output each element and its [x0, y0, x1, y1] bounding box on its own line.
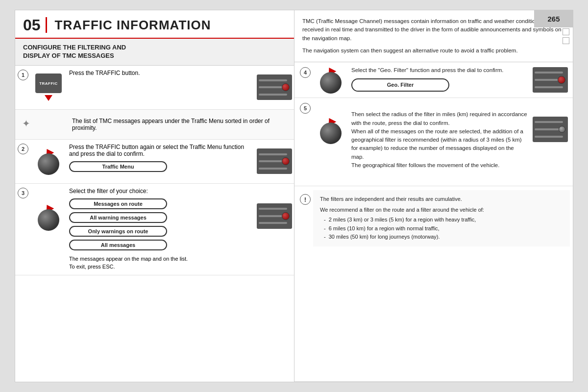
arrow-knob-3 [35, 203, 62, 231]
section-title-line1: CONFIGURE THE FILTERING AND [23, 44, 286, 52]
note-bullet-text-1: 2 miles (3 km) or 3 miles (5 km) for a r… [329, 216, 476, 224]
right-step-row-4: 4 Select the "Geo. Filter" function and … [294, 62, 573, 98]
step-text-2: Press the TRAFFIC button again or select… [69, 144, 252, 157]
section-title-line2: DISPLAY OF TMC MESSAGES [23, 52, 286, 60]
arrow-knob-2 [35, 147, 62, 175]
checkbox-2[interactable] [563, 37, 569, 44]
step-num-col-2: 2 [15, 140, 31, 183]
knob-circle-3 [38, 209, 59, 231]
arrow-knob-5 [317, 117, 344, 144]
right-step-num-col-4: 4 [297, 66, 313, 94]
radio-line [535, 86, 563, 88]
radio-knob [282, 157, 290, 165]
right-step-num-col-5: 5 [297, 102, 313, 182]
right-step-text-5: Then select the radius of the filter in … [351, 111, 527, 168]
radio-unit-4 [533, 67, 568, 93]
intro-para1: TMC (Traffic Message Channel) messages c… [302, 17, 565, 43]
exclamation-icon: ! [300, 194, 311, 205]
step-image-2 [255, 140, 294, 183]
step-text-3: Select the filter of your choice: [69, 188, 252, 195]
step-num-3: 3 [18, 188, 28, 198]
chapter-header: 05 TRAFFIC INFORMATION [15, 10, 294, 39]
right-step-row-5: 5 Then select the radius of the filter i… [294, 98, 573, 186]
step-content-special: The list of TMC messages appears under t… [69, 114, 291, 135]
radio-line [535, 72, 563, 74]
right-step-image-5 [531, 102, 570, 182]
radio-line [259, 168, 287, 170]
note-bullet-1: - 2 miles (3 km) or 3 miles (5 km) for a… [324, 216, 563, 224]
note-bullet-3: - 30 miles (50 km) for long journeys (mo… [324, 233, 563, 242]
note-intro: The filters are independent and their re… [320, 195, 563, 204]
radio-knob [282, 212, 290, 220]
knob-circle-4 [320, 72, 342, 94]
radio-knob [558, 76, 565, 84]
right-step-icon-col-5 [313, 102, 348, 182]
star-icon: ✦ [22, 118, 30, 129]
radio-line [259, 79, 287, 81]
note-bullet-text-2: 6 miles (10 km) for a region with normal… [329, 224, 440, 233]
note-bullet-text-3: 30 miles (50 km) for long journeys (moto… [329, 233, 440, 242]
right-step-image-4 [531, 66, 570, 94]
right-step-num-5: 5 [300, 103, 311, 114]
step-image-1 [255, 66, 294, 109]
intro-para2: The navigation system can then suggest a… [302, 47, 565, 55]
bullet-dash: - [324, 216, 326, 224]
radio-line [259, 153, 287, 155]
section-title-bar: CONFIGURE THE FILTERING AND DISPLAY OF T… [15, 39, 294, 66]
red-arrow-down [45, 95, 52, 101]
step-row-1: 1 TRAFFIC Press the TRAFFIC button. [15, 66, 294, 110]
chapter-number: 05 [23, 17, 47, 33]
note-bullet-2: - 6 miles (10 km) for a region with norm… [324, 224, 563, 233]
radio-line [259, 222, 287, 224]
right-step-num-4: 4 [300, 67, 311, 78]
step-text-1: Press the TRAFFIC button. [69, 70, 140, 76]
page-number: 265 [547, 15, 560, 23]
step-icon-col-2 [31, 140, 66, 183]
page-checkboxes [563, 28, 569, 44]
right-step-num-col-note: ! [297, 190, 313, 205]
traffic-button-icon: TRAFFIC [35, 74, 62, 93]
all-warning-messages-pill: All warning messages [69, 212, 167, 223]
main-content: 05 TRAFFIC INFORMATION CONFIGURE THE FIL… [15, 10, 573, 382]
step-image-3 [255, 184, 294, 275]
bullet-dash: - [324, 233, 326, 242]
radio-unit-1 [257, 74, 292, 100]
step-num-1: 1 [18, 70, 28, 80]
page-number-area: 265 [534, 10, 573, 27]
step-icon-col-1: TRAFFIC [31, 66, 66, 109]
bullet-dash: - [324, 224, 326, 233]
right-step-content-5: Then select the radius of the filter in … [348, 102, 531, 182]
step-content-3: Select the filter of your choice: Messag… [66, 184, 255, 275]
radio-unit-3 [257, 203, 292, 229]
right-panel: TMC (Traffic Message Channel) messages c… [294, 10, 573, 382]
traffic-btn-label: TRAFFIC [39, 81, 58, 86]
page-container: 265 05 TRAFFIC INFORMATION CONFIGURE THE… [15, 10, 573, 382]
left-panel: 05 TRAFFIC INFORMATION CONFIGURE THE FIL… [15, 10, 294, 382]
checkbox-1[interactable] [563, 28, 569, 35]
radio-line [535, 136, 563, 138]
radio-unit-2 [257, 148, 292, 174]
traffic-menu-pill: Traffic Menu [69, 161, 167, 172]
steps-area: 1 TRAFFIC Press the TRAFFIC button. [15, 66, 294, 382]
geo-filter-pill: Geo. Filter [351, 78, 449, 92]
step-footer-3: The messages appear on the map and on th… [69, 255, 252, 271]
messages-on-route-pill: Messages on route [69, 198, 167, 209]
step-content-2: Press the TRAFFIC button again or select… [66, 140, 255, 183]
all-messages-pill: All messages [69, 240, 167, 250]
step-row-2: 2 Press the TRAFFIC button again or sele… [15, 140, 294, 184]
knob-circle-5 [320, 122, 342, 144]
step-num-col-1: 1 [15, 66, 31, 109]
step-row-special: ✦ The list of TMC messages appears under… [15, 110, 294, 140]
radio-line [259, 94, 287, 96]
step-row-3: 3 Select the filter of your choice: Mess… [15, 184, 294, 275]
step-icon-col-special [34, 114, 69, 135]
step-icon-col-3 [31, 184, 66, 275]
note-recommend: We recommend a filter on the route and a… [320, 206, 563, 215]
right-steps: 4 Select the "Geo. Filter" function and … [294, 62, 573, 382]
step-num-2: 2 [18, 144, 28, 154]
radio-knob [559, 126, 565, 133]
right-intro: TMC (Traffic Message Channel) messages c… [294, 10, 573, 62]
knob-circle-2 [38, 153, 59, 175]
step-content-1: Press the TRAFFIC button. [66, 66, 255, 109]
radio-knob [282, 83, 290, 91]
